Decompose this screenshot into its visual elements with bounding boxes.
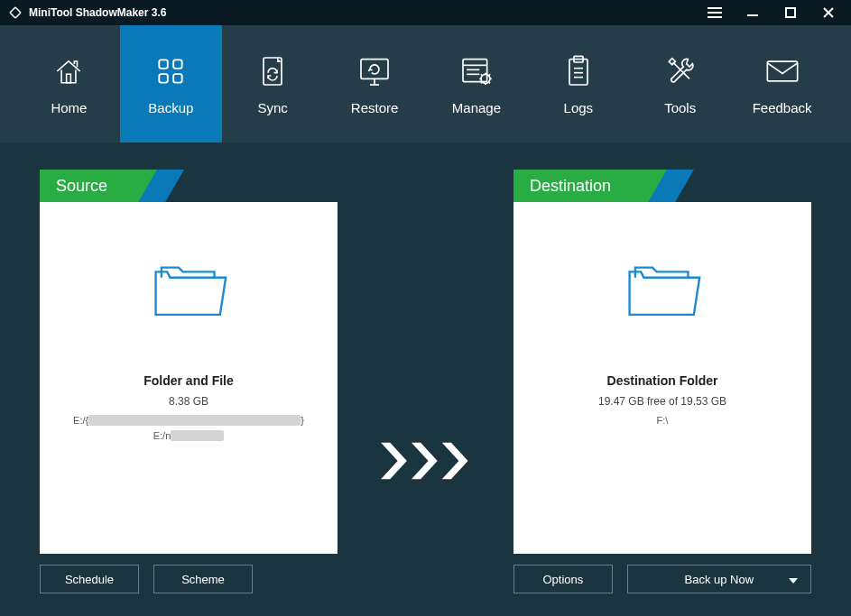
title-bar: MiniTool ShadowMaker 3.6 — [0, 0, 851, 25]
source-column: Source Folder and File 8.38 GB E:/{xxxxx… — [40, 170, 338, 593]
sync-icon — [254, 53, 291, 89]
svg-rect-28 — [767, 61, 797, 81]
folder-icon — [145, 256, 232, 328]
nav-home[interactable]: Home — [18, 25, 120, 143]
nav-backup-label: Backup — [148, 100, 193, 115]
nav-manage-label: Manage — [452, 100, 501, 115]
nav-logs[interactable]: Logs — [527, 25, 629, 143]
nav-feedback[interactable]: Feedback — [731, 25, 833, 143]
nav-tools-label: Tools — [664, 100, 696, 115]
main-content: Source Folder and File 8.38 GB E:/{xxxxx… — [0, 143, 851, 616]
arrow-indicator-icon — [376, 438, 476, 487]
options-button[interactable]: Options — [513, 565, 613, 593]
destination-header: Destination — [513, 170, 667, 202]
backup-icon — [153, 53, 189, 89]
main-nav: Home Backup Sync Restore — [0, 25, 851, 143]
nav-sync[interactable]: Sync — [222, 25, 324, 143]
destination-column: Destination Destination Folder 19.47 GB … — [513, 170, 811, 593]
folder-icon — [619, 256, 706, 328]
tools-icon — [662, 53, 698, 89]
svg-rect-9 — [173, 60, 182, 69]
schedule-button[interactable]: Schedule — [40, 565, 139, 593]
svg-rect-13 — [361, 59, 388, 78]
destination-free: 19.47 GB free of 19.53 GB — [598, 395, 726, 408]
app-logo-icon — [7, 5, 23, 21]
destination-title: Destination Folder — [607, 373, 718, 388]
menu-button[interactable] — [696, 0, 734, 25]
source-title: Folder and File — [143, 373, 234, 388]
destination-panel[interactable]: Destination Folder 19.47 GB free of 19.5… — [513, 202, 811, 554]
destination-buttons: Options Back up Now — [513, 565, 811, 593]
home-icon — [51, 53, 87, 89]
app-title: MiniTool ShadowMaker 3.6 — [29, 6, 696, 19]
svg-rect-7 — [67, 74, 71, 83]
source-buttons: Schedule Scheme — [40, 565, 338, 593]
nav-sync-label: Sync — [258, 100, 288, 115]
nav-feedback-label: Feedback — [753, 100, 812, 115]
backup-now-label: Back up Now — [685, 573, 754, 586]
close-button[interactable] — [809, 0, 847, 25]
svg-rect-4 — [786, 8, 795, 17]
source-header-wrap: Source — [40, 170, 338, 202]
destination-header-wrap: Destination — [513, 170, 811, 202]
restore-icon — [356, 53, 393, 89]
source-panel[interactable]: Folder and File 8.38 GB E:/{xxxxxxxxxxxx… — [40, 202, 338, 554]
feedback-icon — [764, 53, 800, 89]
nav-tools[interactable]: Tools — [629, 25, 731, 143]
source-size: 8.38 GB — [169, 395, 208, 408]
source-header: Source — [40, 170, 157, 202]
nav-backup[interactable]: Backup — [120, 25, 222, 143]
caret-down-icon — [789, 573, 798, 586]
svg-rect-10 — [160, 74, 169, 83]
nav-restore[interactable]: Restore — [324, 25, 426, 143]
svg-rect-8 — [160, 60, 169, 69]
maximize-button[interactable] — [772, 0, 809, 25]
nav-logs-label: Logs — [564, 100, 594, 115]
destination-path: F:\ — [657, 413, 669, 428]
window-controls — [696, 0, 847, 25]
svg-rect-21 — [569, 59, 587, 84]
nav-home-label: Home — [51, 100, 87, 115]
manage-icon — [458, 53, 495, 89]
nav-restore-label: Restore — [351, 100, 399, 115]
source-paths: E:/{xxxxxxxxxxxxxxxxxxxxxxxxxxxxxxxxxxxx… — [73, 413, 304, 443]
nav-manage[interactable]: Manage — [426, 25, 528, 143]
backup-now-button[interactable]: Back up Now — [627, 565, 811, 593]
logs-icon — [560, 53, 597, 89]
panels-row: Source Folder and File 8.38 GB E:/{xxxxx… — [40, 170, 811, 593]
minimize-button[interactable] — [734, 0, 772, 25]
scheme-button[interactable]: Scheme — [153, 565, 253, 593]
svg-rect-11 — [173, 74, 182, 83]
